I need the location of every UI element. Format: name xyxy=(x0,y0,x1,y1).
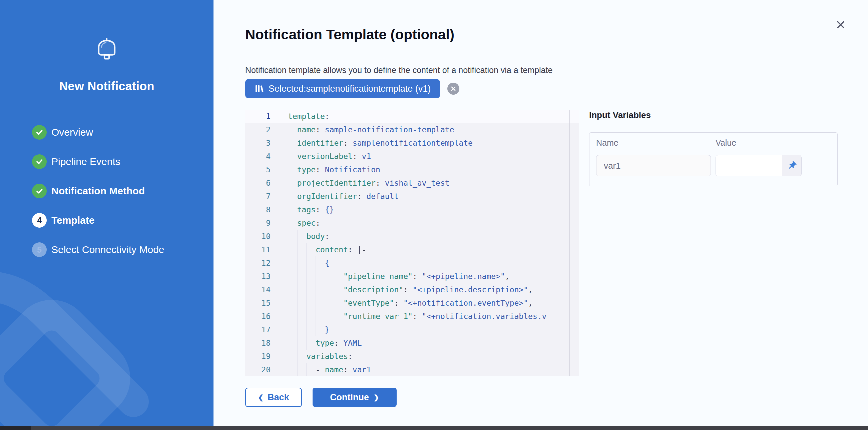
code-line: 9spec: xyxy=(245,216,579,230)
variable-value-group xyxy=(716,155,802,176)
step-label: Pipeline Events xyxy=(51,156,120,167)
line-number: 16 xyxy=(245,310,271,323)
step-label: Overview xyxy=(51,127,93,138)
code-line: 6projectIdentifier: vishal_av_test xyxy=(245,176,579,190)
close-icon[interactable] xyxy=(833,17,848,32)
code-line: 2name: sample-notification-template xyxy=(245,123,579,136)
check-icon xyxy=(32,125,47,140)
variable-row xyxy=(596,155,831,176)
line-number: 4 xyxy=(245,150,271,163)
code-line: 15"eventType": "<+notification.eventType… xyxy=(245,296,579,310)
line-number: 2 xyxy=(245,123,271,136)
line-number: 15 xyxy=(245,296,271,310)
sidebar-step-template[interactable]: 4 Template xyxy=(0,213,214,228)
sidebar-step-select-connectivity-mode[interactable]: 5 Select Connectivity Mode xyxy=(0,242,214,257)
chevron-right-icon: ❯ xyxy=(374,393,379,401)
line-number: 19 xyxy=(245,350,271,363)
bell-icon xyxy=(94,36,120,63)
code-line: 10body: xyxy=(245,230,579,243)
line-number: 7 xyxy=(245,190,271,203)
code-line: 17} xyxy=(245,323,579,336)
template-library-icon xyxy=(254,84,264,93)
sidebar-step-overview[interactable]: Overview xyxy=(0,125,214,140)
wizard-title: New Notification xyxy=(0,79,214,93)
back-button[interactable]: ❮ Back xyxy=(245,388,302,407)
variable-value-input[interactable] xyxy=(716,155,782,176)
wizard-steps: Overview Pipeline Events Notification Me… xyxy=(0,125,214,272)
line-number: 17 xyxy=(245,323,271,336)
code-line: 19variables: xyxy=(245,350,579,363)
value-column-header: Value xyxy=(716,138,736,148)
code-line: 14"description": "<+pipeline.description… xyxy=(245,283,579,296)
new-notification-wizard: New Notification Overview Pipeline Event… xyxy=(0,0,868,430)
sidebar-step-pipeline-events[interactable]: Pipeline Events xyxy=(0,154,214,169)
selected-template-chip[interactable]: Selected:samplenotificationtemplate (v1) xyxy=(245,79,440,98)
line-number: 20 xyxy=(245,363,271,376)
line-number: 12 xyxy=(245,256,271,270)
name-column-header: Name xyxy=(596,138,716,148)
input-variables-panel: Input Variables Name Value xyxy=(589,107,838,186)
line-number: 18 xyxy=(245,336,271,350)
step-label: Template xyxy=(51,215,94,226)
continue-button[interactable]: Continue ❯ xyxy=(313,388,397,407)
template-step-panel: Notification Template (optional) Notific… xyxy=(214,0,868,430)
selected-template-label: Selected:samplenotificationtemplate (v1) xyxy=(269,84,431,94)
code-line: 13"pipeline name": "<+pipeline.name>", xyxy=(245,270,579,283)
code-line: 4versionLabel: v1 xyxy=(245,150,579,163)
step-number-badge: 5 xyxy=(32,242,47,257)
check-icon xyxy=(32,154,47,169)
code-line: 18type: YAML xyxy=(245,336,579,350)
yaml-editor[interactable]: 1template:2name: sample-notification-tem… xyxy=(245,110,579,376)
page-subtitle: Notification template allows you to defi… xyxy=(245,65,552,75)
step-label: Select Connectivity Mode xyxy=(51,244,164,255)
line-number: 9 xyxy=(245,216,271,230)
line-number: 8 xyxy=(245,203,271,216)
pin-icon[interactable] xyxy=(782,155,801,176)
line-number: 1 xyxy=(245,110,271,123)
remove-template-icon[interactable] xyxy=(447,83,459,95)
harness-watermark xyxy=(0,250,214,430)
code-line: 7orgIdentifier: default xyxy=(245,190,579,203)
wizard-sidebar: New Notification Overview Pipeline Event… xyxy=(0,0,214,430)
code-line: 8tags: {} xyxy=(245,203,579,216)
code-line: 5type: Notification xyxy=(245,163,579,176)
page-title: Notification Template (optional) xyxy=(245,27,454,43)
step-label: Notification Method xyxy=(51,185,145,197)
step-number-badge: 4 xyxy=(32,213,47,228)
variable-name-input[interactable] xyxy=(596,155,711,176)
line-number: 6 xyxy=(245,176,271,190)
line-number: 10 xyxy=(245,230,271,243)
code-line: 11content: |- xyxy=(245,243,579,256)
code-line: 1template: xyxy=(245,110,579,123)
code-line: 16"runtime_var_1": "<+notification.varia… xyxy=(245,310,579,323)
bottom-bar-corner xyxy=(0,426,31,430)
input-variables-box: Name Value xyxy=(589,132,838,186)
line-number: 13 xyxy=(245,270,271,283)
line-number: 5 xyxy=(245,163,271,176)
sidebar-step-notification-method[interactable]: Notification Method xyxy=(0,184,214,198)
code-line: 20- name: var1 xyxy=(245,363,579,376)
code-line: 12{ xyxy=(245,256,579,270)
input-variables-title: Input Variables xyxy=(589,110,838,120)
check-icon xyxy=(32,184,47,198)
line-number: 14 xyxy=(245,283,271,296)
code-line: 3identifier: samplenotificationtemplate xyxy=(245,136,579,150)
line-number: 11 xyxy=(245,243,271,256)
window-bottom-bar xyxy=(0,426,868,430)
chevron-left-icon: ❮ xyxy=(258,393,264,401)
line-number: 3 xyxy=(245,136,271,150)
